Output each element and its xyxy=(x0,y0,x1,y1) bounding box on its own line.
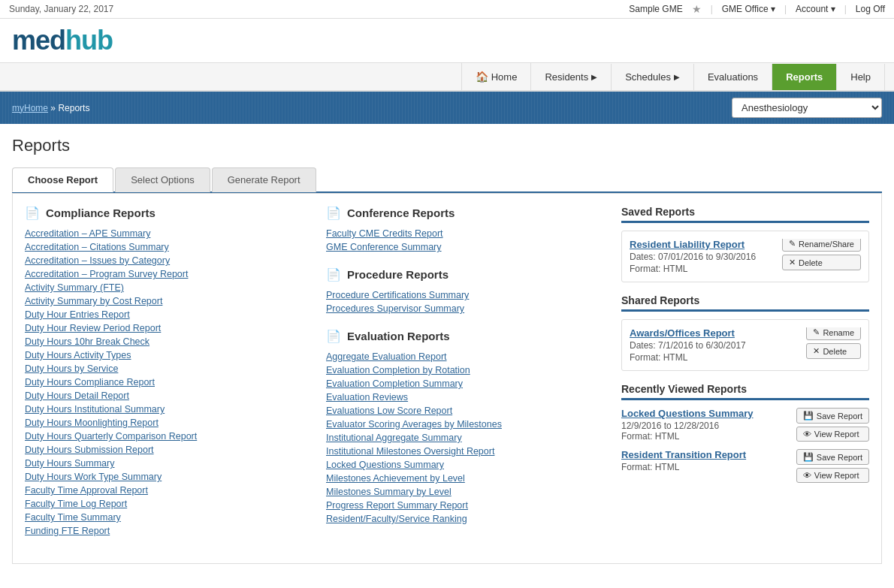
saved-reports-title: Saved Reports xyxy=(621,206,869,218)
nav-evaluations[interactable]: Evaluations xyxy=(694,64,772,90)
list-item: Duty Hours Compliance Report xyxy=(25,376,308,387)
view-report-button-1[interactable]: 👁 View Report xyxy=(796,427,869,442)
home-icon: 🏠 xyxy=(476,71,488,83)
report-link[interactable]: Duty Hours Detail Report xyxy=(25,390,129,401)
tab-generate-report[interactable]: Generate Report xyxy=(212,167,316,192)
report-link[interactable]: Accreditation – APE Summary xyxy=(25,228,150,239)
report-link[interactable]: Evaluator Scoring Averages by Milestones xyxy=(326,419,502,430)
report-link[interactable]: Duty Hours Submission Report xyxy=(25,445,154,455)
date-label: Sunday, January 22, 2017 xyxy=(9,4,113,14)
eye-icon: 👁 xyxy=(803,430,811,439)
saved-report-card: ✎ Rename/Share ✕ Delete Resident Liabili… xyxy=(621,231,869,282)
report-link[interactable]: Progress Report Summary Report xyxy=(326,500,468,511)
list-item: Evaluation Completion Summary xyxy=(326,378,609,389)
report-link[interactable]: Faculty CME Credits Report xyxy=(326,228,443,239)
compliance-title: 📄 Compliance Reports xyxy=(25,206,308,220)
report-link[interactable]: Evaluations Low Score Report xyxy=(326,406,452,416)
report-link[interactable]: GME Conference Summary xyxy=(326,242,442,252)
report-link[interactable]: Aggregate Evaluation Report xyxy=(326,351,447,362)
report-link[interactable]: Duty Hours Institutional Summary xyxy=(25,404,165,415)
report-link[interactable]: Duty Hour Entries Report xyxy=(25,309,130,320)
nav-schedules[interactable]: Schedules ▶ xyxy=(612,64,694,90)
nav-residents[interactable]: Residents ▶ xyxy=(531,64,612,90)
list-item: Institutional Aggregate Summary xyxy=(326,432,609,443)
nav-reports[interactable]: Reports xyxy=(772,64,837,90)
reports-left: 📄 Compliance Reports Accreditation – APE… xyxy=(25,206,609,551)
evaluation-title: 📄 Evaluation Reports xyxy=(326,329,609,343)
eye-icon: 👁 xyxy=(803,471,811,480)
conference-icon: 📄 xyxy=(326,206,341,220)
report-link[interactable]: Evaluation Reviews xyxy=(326,392,408,403)
report-link[interactable]: Duty Hours Quarterly Comparison Report xyxy=(25,431,197,442)
saved-report-actions: ✎ Rename/Share ✕ Delete xyxy=(782,239,861,270)
tab-choose-report[interactable]: Choose Report xyxy=(12,167,113,192)
report-link[interactable]: Duty Hours Activity Types xyxy=(25,350,131,360)
evaluation-section: 📄 Evaluation Reports Aggregate Evaluatio… xyxy=(326,329,609,524)
report-link[interactable]: Institutional Milestones Oversight Repor… xyxy=(326,446,494,457)
report-link[interactable]: Locked Questions Summary xyxy=(326,460,444,470)
star-icon[interactable]: ★ xyxy=(692,3,702,15)
report-link[interactable]: Faculty Time Summary xyxy=(25,512,121,523)
report-link[interactable]: Accreditation – Issues by Category xyxy=(25,255,170,266)
rename-button[interactable]: ✎ Rename xyxy=(806,327,861,340)
save-icon: 💾 xyxy=(803,411,814,421)
tab-select-options[interactable]: Select Options xyxy=(115,167,210,192)
evaluation-icon: 📄 xyxy=(326,329,341,343)
report-link[interactable]: Duty Hours Moonlighting Report xyxy=(25,418,159,428)
report-link[interactable]: Activity Summary by Cost Report xyxy=(25,296,162,306)
breadcrumb-home[interactable]: myHome xyxy=(12,103,48,113)
user-label: Sample GME xyxy=(629,4,682,14)
report-link[interactable]: Institutional Aggregate Summary xyxy=(326,433,462,443)
top-bar-right: Sample GME ★ | GME Office ▾ | Account ▾ … xyxy=(629,3,885,15)
list-item: Accreditation – Issues by Category xyxy=(25,255,308,266)
list-item: Accreditation – Program Survey Report xyxy=(25,268,308,279)
recently-viewed-section: Recently Viewed Reports 💾 Save Report 👁 xyxy=(621,383,869,483)
report-link[interactable]: Faculty Time Approval Report xyxy=(25,485,148,496)
recently-viewed-title: Recently Viewed Reports xyxy=(621,383,869,395)
report-link[interactable]: Evaluation Completion by Rotation xyxy=(326,365,470,375)
delete-shared-report-button[interactable]: ✕ Delete xyxy=(806,343,861,359)
save-report-button-1[interactable]: 💾 Save Report xyxy=(796,408,869,424)
report-link[interactable]: Funding FTE Report xyxy=(25,526,110,536)
list-item: Milestones Summary by Level xyxy=(326,486,609,497)
pencil-icon: ✎ xyxy=(813,327,820,337)
report-link[interactable]: Duty Hours Summary xyxy=(25,458,114,469)
list-item: Faculty Time Summary xyxy=(25,511,308,523)
save-report-button-2[interactable]: 💾 Save Report xyxy=(796,449,869,465)
gme-office-link[interactable]: GME Office ▾ xyxy=(722,4,775,14)
report-link[interactable]: Duty Hours by Service xyxy=(25,363,118,374)
report-link[interactable]: Accreditation – Program Survey Report xyxy=(25,269,188,279)
report-link[interactable]: Procedures Supervisor Summary xyxy=(326,303,464,314)
breadcrumb-bar: myHome » Reports Anesthesiology Internal… xyxy=(0,92,894,124)
list-item: Duty Hours Summary xyxy=(25,457,308,469)
recently-viewed-divider xyxy=(621,398,869,400)
logo[interactable]: medhub xyxy=(12,25,113,56)
list-item: Resident/Faculty/Service Ranking xyxy=(326,513,609,524)
report-link[interactable]: Duty Hours 10hr Break Check xyxy=(25,336,150,347)
report-link[interactable]: Duty Hour Review Period Report xyxy=(25,323,161,333)
nav-help[interactable]: Help xyxy=(837,64,885,90)
report-link[interactable]: Procedure Certifications Summary xyxy=(326,290,469,300)
list-item: Faculty Time Approval Report xyxy=(25,484,308,496)
report-link[interactable]: Accreditation – Citations Summary xyxy=(25,242,169,252)
list-item: Accreditation – APE Summary xyxy=(25,228,308,239)
delete-saved-report-button[interactable]: ✕ Delete xyxy=(782,255,861,270)
report-link[interactable]: Duty Hours Compliance Report xyxy=(25,377,155,387)
rename-share-button[interactable]: ✎ Rename/Share xyxy=(782,239,861,252)
column-right: 📄 Conference Reports Faculty CME Credits… xyxy=(326,206,609,551)
list-item: Duty Hours Detail Report xyxy=(25,390,308,401)
report-link[interactable]: Milestones Achievement by Level xyxy=(326,473,465,484)
account-link[interactable]: Account ▾ xyxy=(796,4,835,14)
report-link[interactable]: Milestones Summary by Level xyxy=(326,487,452,497)
department-select[interactable]: Anesthesiology Internal Medicine Surgery… xyxy=(732,98,882,118)
report-link[interactable]: Duty Hours Work Type Summary xyxy=(25,472,162,482)
view-report-button-2[interactable]: 👁 View Report xyxy=(796,468,869,483)
report-link[interactable]: Faculty Time Log Report xyxy=(25,499,127,509)
report-link[interactable]: Resident/Faculty/Service Ranking xyxy=(326,514,467,524)
list-item: Evaluations Low Score Report xyxy=(326,405,609,416)
report-link[interactable]: Evaluation Completion Summary xyxy=(326,378,463,389)
nav-home[interactable]: 🏠 Home xyxy=(461,63,532,90)
report-link[interactable]: Activity Summary (FTE) xyxy=(25,282,124,293)
logoff-link[interactable]: Log Off xyxy=(856,4,885,14)
list-item: Aggregate Evaluation Report xyxy=(326,351,609,362)
